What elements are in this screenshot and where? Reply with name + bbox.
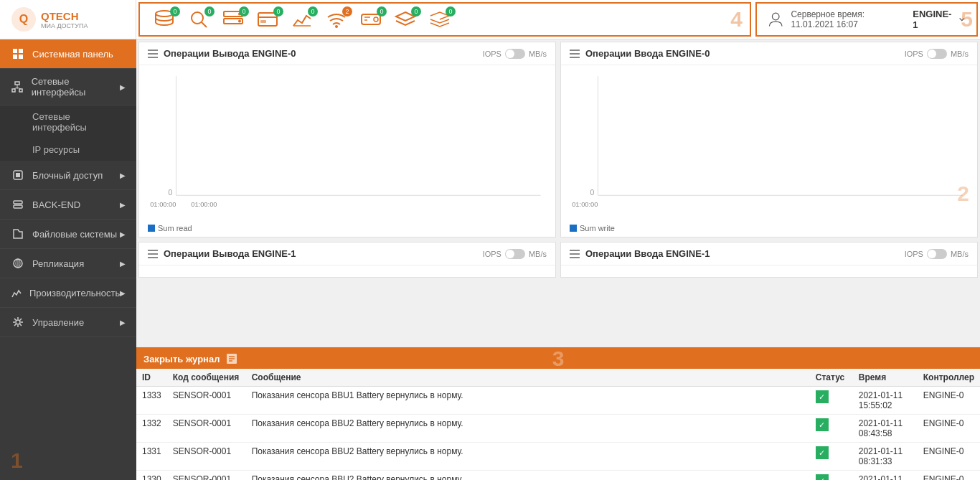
- log-cell-message: Показания сенсора BBU2 Battery вернулись…: [246, 443, 810, 471]
- engine-label[interactable]: ENGINE-1: [913, 9, 951, 30]
- nav-icon-search[interactable]: 0: [187, 9, 210, 29]
- toggle-switch[interactable]: [927, 249, 947, 259]
- sidebar-item-block[interactable]: Блочный доступ ▶: [0, 161, 136, 190]
- chart-legend-input-engine0: Sum write: [561, 221, 977, 237]
- nav-icon-stack[interactable]: 0: [394, 9, 417, 29]
- chevron-right-icon: ▶: [120, 230, 126, 238]
- nav-icon-hdd[interactable]: 0: [359, 9, 382, 29]
- nav-badge-wifi: 2: [342, 6, 352, 17]
- sidebar-item-network[interactable]: Сетевые интерфейсы ▶: [0, 69, 136, 105]
- svg-rect-22: [13, 55, 17, 59]
- files-icon: [11, 227, 25, 241]
- chart-header-output-engine1: Операции Вывода ENGINE-1 IOPS MB/s: [139, 243, 555, 265]
- section-num-2: 2: [957, 182, 969, 206]
- network-icon: [11, 80, 24, 94]
- nav-badge-chart: 0: [308, 6, 318, 17]
- hamburger-icon: [148, 250, 158, 258]
- toggle-switch[interactable]: [505, 249, 525, 259]
- status-badge: ✓: [816, 474, 829, 480]
- svg-text:01:00:00: 01:00:00: [191, 201, 217, 208]
- legend-item-sum-read: Sum read: [148, 224, 192, 232]
- nav-icon-card[interactable]: 0: [256, 9, 279, 29]
- chart-svg-output-engine0: 0 01:00:00 01:00:00: [146, 69, 548, 217]
- svg-text:0: 0: [169, 189, 173, 197]
- svg-text:01:00:00: 01:00:00: [572, 201, 598, 208]
- sidebar-item-replication[interactable]: Репликация ▶: [0, 249, 136, 278]
- section-num-1: 1: [11, 448, 23, 473]
- close-journal-label: Закрыть журнал: [143, 354, 220, 364]
- iops-label: IOPS: [483, 250, 501, 258]
- log-cell-code: SENSOR-0001: [167, 387, 246, 415]
- log-table-row: 1332SENSOR-0001Показания сенсора BBU2 Ba…: [136, 415, 980, 443]
- sidebar-sub-label: Сетевые интерфейсы: [32, 111, 87, 133]
- svg-rect-20: [13, 49, 17, 53]
- chart-header-input-engine1: Операции Ввода ENGINE-1 IOPS MB/s: [561, 243, 977, 265]
- toggle-switch[interactable]: [927, 49, 947, 59]
- log-header: Закрыть журнал 3: [136, 349, 980, 369]
- nav-badge-hdd: 0: [377, 6, 387, 17]
- log-cell-id: 1332: [136, 415, 167, 443]
- status-badge: ✓: [816, 446, 829, 459]
- status-badge: ✓: [816, 418, 829, 431]
- log-cell-time: 2021-01-11: [853, 471, 918, 481]
- nav-icon-chart[interactable]: 0: [291, 9, 314, 29]
- chart-header-output-engine0: Операции Вывода ENGINE-0 IOPS MB/s: [139, 42, 555, 65]
- sidebar-item-network-interfaces[interactable]: Сетевые интерфейсы: [0, 105, 136, 138]
- log-cell-time: 2021-01-11 15:55:02: [853, 387, 918, 415]
- sidebar-item-label: BACK-END: [32, 199, 80, 210]
- grid-icon: [11, 47, 25, 61]
- nav-icon-wifi[interactable]: 2: [325, 9, 348, 29]
- sidebar-item-management[interactable]: Управление ▶: [0, 308, 136, 337]
- svg-point-37: [16, 320, 20, 324]
- mbs-label: MB/s: [529, 250, 547, 258]
- nav-icon-layers[interactable]: 0: [428, 9, 451, 29]
- legend-dot-sum-read: [148, 225, 155, 232]
- legend-label-sum-read: Sum read: [158, 224, 192, 232]
- log-area: Закрыть журнал 3 ID: [136, 347, 980, 480]
- log-cell-id: 1333: [136, 387, 167, 415]
- nav-icon-server[interactable]: 0: [222, 9, 245, 29]
- log-cell-id: 1330: [136, 471, 167, 481]
- sidebar-sub-label: IP ресурсы: [32, 144, 80, 155]
- chart-title-output-engine0: Операции Вывода ENGINE-0: [164, 48, 483, 59]
- chevron-right-icon: ▶: [120, 83, 126, 91]
- nav-icon-db[interactable]: 0: [153, 9, 176, 29]
- sidebar-item-label: Сетевые интерфейсы: [32, 76, 120, 98]
- col-code: Код сообщения: [167, 369, 246, 387]
- logo-brand: QTECH: [41, 10, 79, 22]
- backend-icon: [11, 197, 25, 212]
- svg-line-4: [202, 22, 207, 27]
- nav-badge-stack: 0: [411, 6, 421, 17]
- hamburger-icon: [570, 250, 580, 258]
- hamburger-icon: [570, 50, 580, 58]
- svg-rect-21: [19, 49, 23, 53]
- svg-rect-26: [19, 89, 22, 92]
- svg-rect-32: [14, 201, 22, 204]
- section-num-4: 4: [730, 7, 743, 32]
- chart-body-input-engine0: 0 01:00:00: [561, 65, 977, 221]
- sidebar-item-system-panel[interactable]: Системная панель: [0, 39, 136, 69]
- log-scroll[interactable]: ID Код сообщения Сообщение Статус Время …: [136, 369, 980, 480]
- col-message: Сообщение: [246, 369, 810, 387]
- main-content: 2 Операции Вывода ENGINE-0 IOPS: [136, 39, 980, 480]
- chart-title-output-engine1: Операции Вывода ENGINE-1: [164, 248, 483, 259]
- mbs-label: MB/s: [951, 50, 969, 58]
- sidebar-item-filesystems[interactable]: Файловые системы ▶: [0, 220, 136, 249]
- sidebar-item-backend[interactable]: BACK-END ▶: [0, 190, 136, 220]
- toggle-switch[interactable]: [505, 49, 525, 59]
- sidebar-item-label: Файловые системы: [32, 229, 117, 240]
- section-num-3: 3: [552, 347, 565, 371]
- svg-text:Q: Q: [19, 13, 28, 25]
- chevron-right-icon: ▶: [120, 289, 126, 297]
- sidebar-item-ip-resources[interactable]: IP ресурсы: [0, 138, 136, 161]
- chart-output-engine0: Операции Вывода ENGINE-0 IOPS MB/s: [138, 42, 556, 237]
- section-num-5: 5: [961, 7, 973, 32]
- replication-icon: [11, 256, 25, 270]
- chart-title-input-engine1: Операции Ввода ENGINE-1: [585, 248, 905, 259]
- col-time: Время: [853, 369, 918, 387]
- chart-body-output-engine0: 0 01:00:00 01:00:00: [139, 65, 555, 221]
- svg-rect-31: [16, 173, 20, 177]
- svg-rect-24: [15, 82, 19, 85]
- sidebar-item-performance[interactable]: Производительность ▶: [0, 278, 136, 308]
- col-status: Статус: [810, 369, 853, 387]
